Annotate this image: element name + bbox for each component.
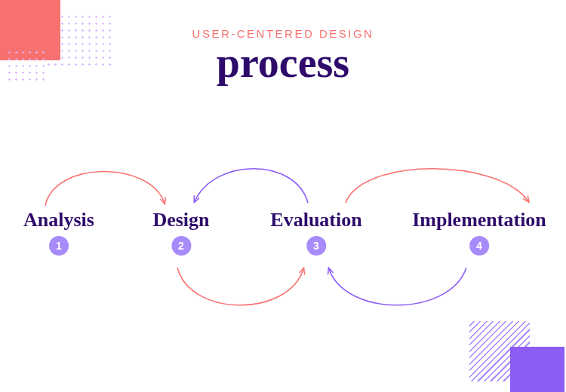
step-number-badge: 4	[469, 236, 489, 256]
arrow-evaluation-to-implementation	[346, 169, 528, 203]
arrow-evaluation-to-design	[195, 169, 308, 203]
step-number-badge: 3	[306, 236, 326, 256]
step-number-badge: 2	[171, 236, 191, 256]
arrow-analysis-to-design	[45, 171, 165, 206]
step-label: Implementation	[412, 209, 546, 231]
arrow-implementation-to-evaluation	[329, 268, 466, 305]
step-label: Evaluation	[270, 209, 361, 231]
step-number-badge: 1	[49, 236, 69, 256]
step-implementation: Implementation 4	[412, 209, 546, 256]
title: process	[0, 38, 566, 87]
step-design: Design 2	[152, 209, 209, 256]
step-label: Design	[152, 209, 209, 231]
header: USER-CENTERED DESIGN process	[0, 0, 566, 87]
decorative-square-bottom-right	[510, 347, 564, 392]
process-diagram: Analysis 1 Design 2 Evaluation 3 Impleme…	[0, 147, 566, 343]
arrow-design-to-evaluation	[177, 268, 303, 305]
step-analysis: Analysis 1	[23, 209, 94, 256]
step-evaluation: Evaluation 3	[270, 209, 361, 256]
decorative-dots-2	[6, 49, 48, 84]
step-label: Analysis	[23, 209, 94, 231]
